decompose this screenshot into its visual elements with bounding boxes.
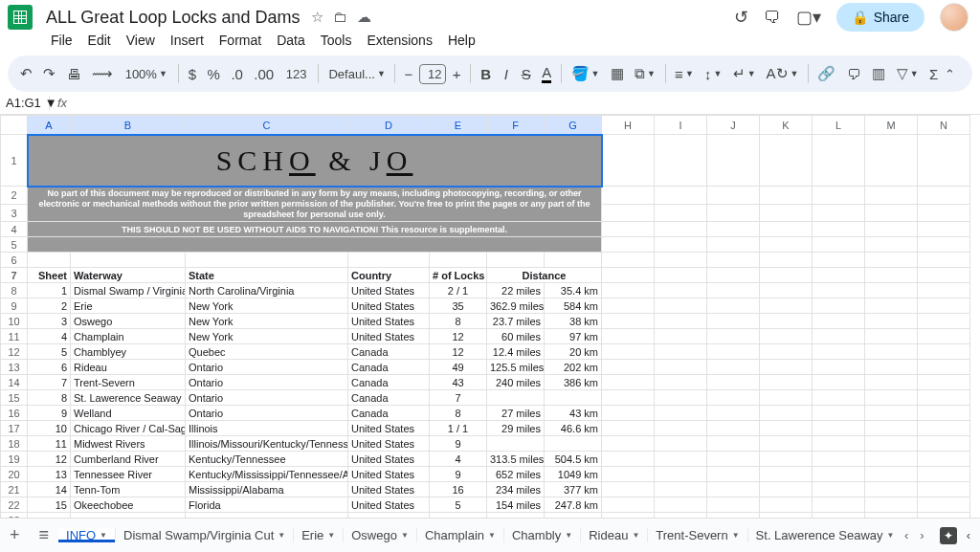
row-header[interactable]: 11 (1, 329, 28, 344)
side-panel-toggle[interactable]: ‹ (967, 528, 970, 542)
tab-menu-icon[interactable]: ▼ (488, 531, 496, 540)
cell[interactable] (760, 406, 813, 421)
cell[interactable] (813, 187, 865, 205)
cell[interactable] (760, 283, 813, 298)
cell[interactable] (602, 497, 655, 513)
cell[interactable] (655, 390, 707, 406)
cell-state[interactable]: Quebec (186, 344, 348, 360)
cell[interactable] (918, 482, 970, 497)
cell[interactable] (655, 344, 707, 360)
cell[interactable] (655, 204, 707, 222)
cell-state[interactable]: North Carolina/Virginia (186, 283, 348, 298)
sheet-tab[interactable]: INFO▼ (58, 528, 116, 542)
valign-button[interactable]: ↕▼ (700, 62, 726, 86)
cell[interactable] (865, 222, 918, 237)
cell[interactable] (865, 467, 918, 482)
history-icon[interactable]: ↺ (734, 7, 748, 28)
col-header-C[interactable]: C (186, 116, 348, 135)
cell[interactable] (760, 452, 813, 467)
cell-country[interactable]: Canada (348, 375, 430, 390)
cell-waterway[interactable]: Welland (71, 406, 186, 421)
cell[interactable] (655, 237, 707, 253)
cell-state[interactable]: Mississippi/Alabama (186, 482, 348, 497)
select-all-corner[interactable] (1, 116, 28, 135)
cell[interactable] (918, 253, 970, 268)
sheet-tab[interactable]: Champlain▼ (417, 528, 504, 542)
cell[interactable] (865, 436, 918, 452)
collapse-toolbar-button[interactable]: ⌃ (945, 67, 965, 81)
row-header[interactable]: 2 (1, 187, 28, 205)
cell[interactable] (918, 268, 970, 283)
doc-title[interactable]: ALL Great Loop Locks and Dams (40, 7, 305, 29)
cell[interactable] (813, 298, 865, 314)
scroll-tabs-right[interactable]: › (914, 528, 929, 542)
row-header[interactable]: 18 (1, 436, 28, 452)
col-header-K[interactable]: K (760, 116, 813, 135)
cell[interactable] (655, 360, 707, 375)
cell[interactable] (813, 344, 865, 360)
cell-locks[interactable]: 8 (430, 406, 487, 421)
cell-sheet[interactable]: 8 (28, 390, 71, 406)
cell[interactable] (707, 344, 760, 360)
cell-sheet[interactable]: 6 (28, 360, 71, 375)
cell[interactable] (707, 237, 760, 253)
chart-button[interactable]: ▥ (868, 61, 890, 86)
tab-menu-icon[interactable]: ▼ (632, 531, 639, 540)
menu-file[interactable]: File (44, 29, 79, 52)
cell[interactable] (71, 253, 186, 268)
cell[interactable] (707, 135, 760, 187)
cell[interactable] (655, 222, 707, 237)
row-header[interactable]: 8 (1, 283, 28, 298)
cell[interactable] (707, 421, 760, 436)
col-header-G[interactable]: G (545, 116, 602, 135)
cell[interactable] (707, 513, 760, 518)
cell[interactable] (655, 329, 707, 344)
row-header[interactable]: 13 (1, 360, 28, 375)
cell[interactable] (602, 452, 655, 467)
link-button[interactable]: 🔗 (813, 61, 840, 86)
cell[interactable] (655, 187, 707, 205)
strike-button[interactable]: S (517, 62, 536, 86)
cell-dist-km[interactable]: 504.5 km (545, 452, 602, 467)
cell[interactable] (918, 406, 970, 421)
cell-dist-mi[interactable]: 240 miles (487, 375, 545, 390)
cell[interactable] (760, 329, 813, 344)
cell[interactable] (186, 253, 348, 268)
cell-waterway[interactable]: Trent-Severn (71, 375, 186, 390)
cell-dist-mi[interactable]: 313.5 miles (487, 452, 545, 467)
scroll-tabs-left[interactable]: ‹ (899, 528, 914, 542)
sheet-tab[interactable]: Trent-Severn▼ (648, 528, 747, 542)
cell-waterway[interactable]: Tenn-Tom (71, 482, 186, 497)
col-header-D[interactable]: D (348, 116, 430, 135)
cell[interactable] (707, 253, 760, 268)
cell[interactable] (865, 237, 918, 253)
menu-edit[interactable]: Edit (81, 29, 118, 52)
cell[interactable] (813, 314, 865, 329)
cell-waterway[interactable]: Erie (71, 298, 186, 314)
menu-insert[interactable]: Insert (164, 29, 211, 52)
cloud-icon[interactable]: ☁ (357, 9, 371, 26)
cell-locks[interactable]: 49 (430, 360, 487, 375)
sheet-tab[interactable]: Erie▼ (294, 528, 344, 542)
cell-dist-mi[interactable]: 154 miles (487, 497, 545, 513)
cell[interactable] (602, 222, 655, 237)
cell[interactable] (545, 513, 602, 518)
halign-button[interactable]: ≡▼ (670, 62, 698, 86)
cell-country[interactable]: United States (348, 314, 430, 329)
cell[interactable] (602, 283, 655, 298)
sheets-icon[interactable] (8, 5, 33, 30)
add-sheet-button[interactable]: + (0, 525, 30, 545)
cell[interactable] (28, 237, 602, 253)
cell[interactable] (865, 513, 918, 518)
row-header[interactable]: 19 (1, 452, 28, 467)
cell[interactable] (602, 253, 655, 268)
cell[interactable] (707, 314, 760, 329)
cell[interactable] (707, 187, 760, 205)
cell[interactable] (655, 406, 707, 421)
col-header-E[interactable]: E (430, 116, 487, 135)
col-header-L[interactable]: L (813, 116, 865, 135)
cell[interactable] (918, 135, 970, 187)
cell-dist-mi[interactable]: 22 miles (487, 283, 545, 298)
cell-locks[interactable]: 12 (430, 344, 487, 360)
move-icon[interactable]: 🗀 (333, 9, 347, 26)
